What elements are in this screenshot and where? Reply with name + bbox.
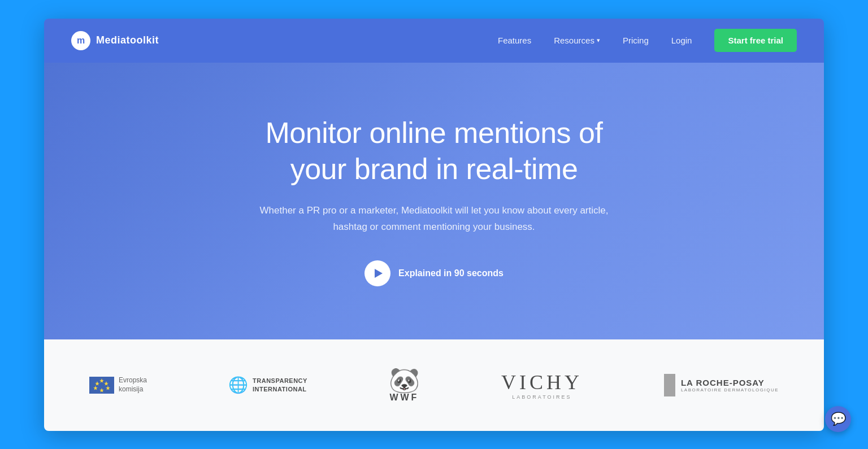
- lrp-box-icon: [664, 374, 675, 396]
- chat-icon: 💬: [831, 412, 846, 426]
- features-link[interactable]: Features: [498, 36, 531, 45]
- wwf-text: WWF: [389, 393, 420, 403]
- login-link[interactable]: Login: [671, 36, 692, 45]
- lrp-logo: LA ROCHE-POSAY LABORATOIRE DERMATOLOGIQU…: [664, 374, 779, 396]
- pricing-link[interactable]: Pricing: [623, 36, 649, 45]
- panda-icon: 🐼: [389, 368, 420, 393]
- chat-button[interactable]: 💬: [825, 406, 851, 432]
- globe-icon: 🌐: [228, 376, 248, 394]
- navbar: m Mediatoolkit Features Resources ▾ Pric…: [44, 19, 824, 63]
- ti-logo: 🌐 TRANSPARENCYINTERNATIONAL: [228, 376, 307, 394]
- video-play-button[interactable]: Explained in 90 seconds: [364, 260, 504, 286]
- list-item: VICHY LABORATOIRES: [501, 370, 583, 400]
- lrp-name: LA ROCHE-POSAY: [681, 378, 779, 387]
- hero-section: Monitor online mentions of your brand in…: [44, 63, 824, 339]
- hero-title: Monitor online mentions of your brand in…: [236, 115, 632, 187]
- vichy-name: VICHY: [501, 370, 583, 394]
- lrp-sub: LABORATOIRE DERMATOLOGIQUE: [681, 387, 779, 393]
- ti-text: TRANSPARENCYINTERNATIONAL: [253, 377, 307, 393]
- list-item: 🌐 TRANSPARENCYINTERNATIONAL: [228, 376, 307, 394]
- play-circle-icon: [364, 260, 390, 286]
- chevron-down-icon: ▾: [597, 37, 600, 44]
- list-item: Evropskakomisija: [89, 376, 147, 394]
- logo-icon: m: [71, 31, 90, 50]
- vichy-logo: VICHY LABORATOIRES: [501, 370, 583, 400]
- start-free-trial-button[interactable]: Start free trial: [714, 29, 797, 52]
- play-triangle-icon: [375, 269, 383, 278]
- resources-link[interactable]: Resources ▾: [554, 36, 600, 45]
- logos-section: Evropskakomisija 🌐 TRANSPARENCYINTERNATI…: [44, 339, 824, 431]
- brand-name: Mediatoolkit: [96, 34, 159, 46]
- page-wrapper: m Mediatoolkit Features Resources ▾ Pric…: [44, 19, 824, 431]
- vichy-sub: LABORATOIRES: [501, 394, 583, 400]
- logo-area: m Mediatoolkit: [71, 31, 159, 50]
- nav-links: Features Resources ▾ Pricing Login Start…: [498, 29, 797, 52]
- video-label: Explained in 90 seconds: [398, 268, 504, 278]
- list-item: 🐼 WWF: [389, 368, 420, 403]
- lrp-text: LA ROCHE-POSAY LABORATOIRE DERMATOLOGIQU…: [681, 378, 779, 393]
- eu-flag-icon: [89, 377, 114, 394]
- wwf-logo: 🐼 WWF: [389, 368, 420, 403]
- list-item: LA ROCHE-POSAY LABORATOIRE DERMATOLOGIQU…: [664, 374, 779, 396]
- eu-logo: Evropskakomisija: [89, 376, 147, 394]
- eu-text: Evropskakomisija: [119, 376, 147, 394]
- hero-subtitle: Whether a PR pro or a marketer, Mediatoo…: [259, 203, 609, 236]
